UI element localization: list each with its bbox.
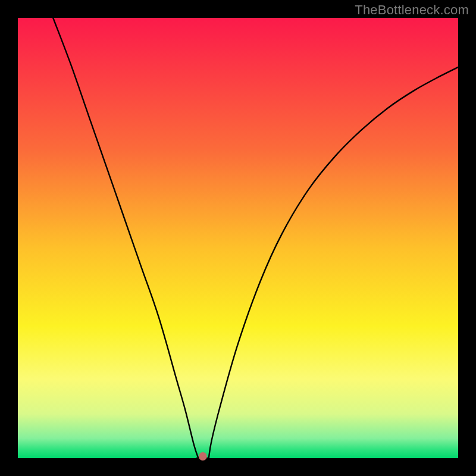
svg-rect-1	[18, 18, 458, 458]
min-marker	[199, 452, 207, 461]
chart-canvas	[0, 0, 476, 476]
watermark-text: TheBottleneck.com	[355, 2, 469, 18]
bottleneck-chart: TheBottleneck.com	[0, 0, 476, 476]
